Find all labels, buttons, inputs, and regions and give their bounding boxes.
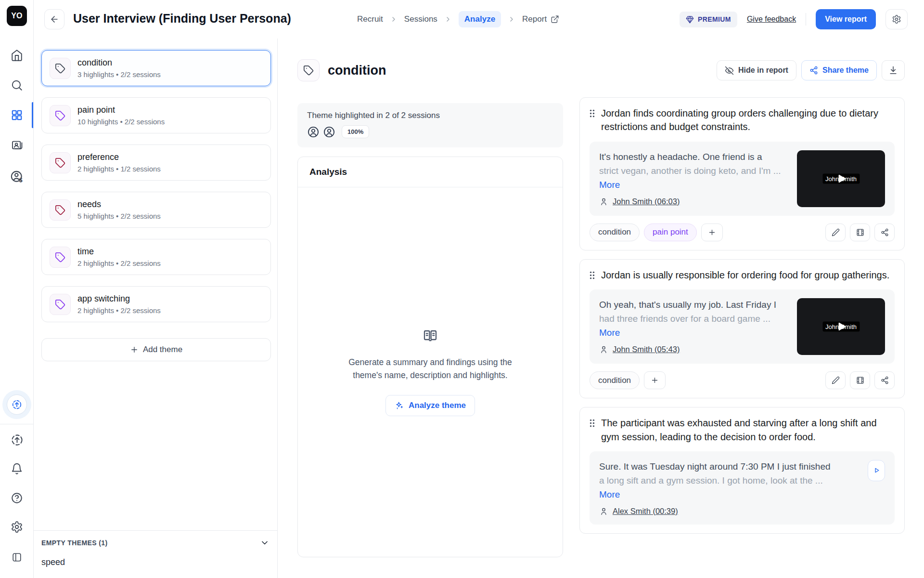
theme-meta: 2 highlights • 1/2 sessions — [77, 165, 161, 173]
share-highlight-icon[interactable] — [874, 371, 895, 389]
speaker-timestamp-link[interactable]: John Smith (06:03) — [613, 197, 680, 206]
theme-card-needs[interactable]: needs 5 highlights • 2/2 sessions — [41, 192, 271, 228]
speaker-timestamp-link[interactable]: John Smith (05:43) — [613, 345, 680, 354]
chevron-down-icon — [260, 538, 270, 548]
theme-card-pain-point[interactable]: pain point 10 highlights • 2/2 sessions — [41, 97, 271, 133]
play-icon — [873, 467, 880, 474]
participant-payments-icon[interactable]: $ — [0, 166, 34, 188]
tag-icon — [50, 199, 71, 221]
person-icon — [599, 345, 608, 354]
quote-text-faded: a long sift and a gym session. I got hom… — [599, 474, 860, 488]
premium-label: PREMIUM — [698, 15, 731, 23]
participant-avatar-icon[interactable] — [307, 126, 320, 138]
highlight-card: Jordan finds coordinating group orders c… — [579, 97, 905, 250]
analysis-heading: Analysis — [298, 157, 563, 187]
breadcrumb-sessions[interactable]: Sessions — [404, 14, 437, 24]
premium-badge[interactable]: PREMIUM — [680, 12, 737, 27]
upload-icon[interactable] — [0, 429, 34, 451]
theme-card-condition[interactable]: condition 3 highlights • 2/2 sessions — [41, 50, 271, 86]
back-button[interactable] — [44, 9, 64, 29]
quote-block: Oh yeah, that's usually my job. Last Fri… — [590, 289, 895, 364]
themes-grid-icon[interactable] — [0, 104, 34, 126]
settings-gear-icon[interactable] — [886, 9, 908, 29]
plus-icon — [651, 376, 659, 384]
highlight-title: Jordan finds coordinating group orders c… — [601, 106, 895, 134]
share-icon — [809, 66, 818, 75]
tag-icon — [297, 59, 320, 81]
page-title: User Interview (Finding User Persona) — [73, 12, 291, 26]
add-theme-button[interactable]: Add theme — [41, 338, 271, 361]
video-thumbnail[interactable]: John Smith — [797, 150, 885, 207]
upload-progress-icon — [7, 394, 27, 415]
share-theme-label: Share theme — [822, 66, 869, 75]
more-link[interactable]: More — [599, 489, 620, 500]
breadcrumb-analyze[interactable]: Analyze — [459, 11, 501, 27]
theme-meta: 10 highlights • 2/2 sessions — [77, 118, 165, 126]
add-tag-button[interactable] — [701, 223, 723, 241]
help-icon[interactable] — [0, 487, 34, 509]
empty-theme-speed[interactable]: speed — [34, 548, 277, 578]
tag-icon — [50, 152, 71, 173]
view-report-button[interactable]: View report — [816, 9, 876, 29]
give-feedback-link[interactable]: Give feedback — [747, 15, 796, 24]
theme-meta: 2 highlights • 2/2 sessions — [77, 306, 161, 315]
highlight-card: Jordan is usually responsible for orderi… — [579, 259, 905, 398]
breadcrumb-recruit[interactable]: Recruit — [357, 14, 383, 24]
drag-handle-icon[interactable] — [590, 419, 595, 427]
participants-card-icon[interactable] — [0, 134, 34, 156]
settings-gear-icon[interactable] — [0, 516, 34, 538]
theme-name: condition — [77, 58, 161, 68]
video-clip-icon[interactable] — [850, 371, 870, 389]
play-audio-button[interactable] — [868, 460, 885, 481]
book-open-icon — [423, 328, 438, 343]
themes-sidebar: condition 3 highlights • 2/2 sessions pa… — [34, 39, 278, 578]
empty-themes-label: EMPTY THEMES (1) — [41, 539, 108, 547]
video-thumbnail[interactable]: John Smith — [797, 298, 885, 355]
theme-card-preference[interactable]: preference 2 highlights • 1/2 sessions — [41, 144, 271, 181]
add-theme-label: Add theme — [143, 345, 182, 355]
quote-text-faded: had three friends over for a board game … — [599, 312, 789, 326]
collapse-panel-icon[interactable] — [0, 546, 34, 568]
hide-in-report-button[interactable]: Hide in report — [717, 60, 796, 80]
breadcrumb: Recruit Sessions Analyze Report — [357, 0, 559, 39]
video-clip-icon[interactable] — [850, 223, 870, 241]
drag-handle-icon[interactable] — [590, 109, 595, 118]
tag-pill-condition[interactable]: condition — [590, 223, 640, 241]
tag-pill-pain-point[interactable]: pain point — [644, 223, 697, 241]
theme-card-time[interactable]: time 2 highlights • 2/2 sessions — [41, 239, 271, 275]
coverage-percent-badge: 100% — [342, 125, 369, 138]
theme-meta: 3 highlights • 2/2 sessions — [77, 70, 161, 79]
highlights-column: Jordan finds coordinating group orders c… — [579, 97, 905, 534]
share-highlight-icon[interactable] — [874, 223, 895, 241]
tag-pill-condition[interactable]: condition — [590, 371, 640, 389]
notifications-bell-icon[interactable] — [0, 458, 34, 480]
edit-highlight-icon[interactable] — [825, 371, 846, 389]
quote-block: It's honestly a headache. One friend is … — [590, 142, 895, 216]
external-link-icon — [551, 15, 559, 24]
share-theme-button[interactable]: Share theme — [801, 60, 877, 80]
plus-icon — [708, 228, 716, 236]
search-icon[interactable] — [0, 74, 34, 96]
download-icon[interactable] — [882, 60, 905, 80]
analyze-theme-button[interactable]: Analyze theme — [385, 395, 475, 416]
analysis-panel: Analysis Generate a summary and findings… — [297, 157, 563, 557]
add-tag-button[interactable] — [644, 371, 666, 389]
more-link[interactable]: More — [599, 180, 620, 190]
breadcrumb-report[interactable]: Report — [522, 14, 559, 24]
theme-card-app-switching[interactable]: app switching 2 highlights • 2/2 session… — [41, 286, 271, 322]
person-icon — [599, 507, 608, 516]
speaker-timestamp-link[interactable]: Alex Smith (00:39) — [613, 507, 678, 516]
import-status-button[interactable] — [2, 390, 31, 419]
highlight-title: The participant was exhausted and starvi… — [601, 416, 895, 444]
header-divider — [806, 13, 806, 26]
drag-handle-icon[interactable] — [590, 271, 595, 279]
svg-text:$: $ — [19, 177, 23, 184]
tag-icon — [50, 247, 71, 268]
more-link[interactable]: More — [599, 328, 620, 338]
home-icon[interactable] — [0, 44, 34, 66]
empty-themes-toggle[interactable]: EMPTY THEMES (1) — [34, 531, 277, 548]
edit-highlight-icon[interactable] — [825, 223, 846, 241]
theme-name: pain point — [77, 105, 165, 115]
participant-avatar-icon[interactable] — [323, 126, 335, 138]
workspace-logo[interactable]: YO — [7, 6, 27, 26]
